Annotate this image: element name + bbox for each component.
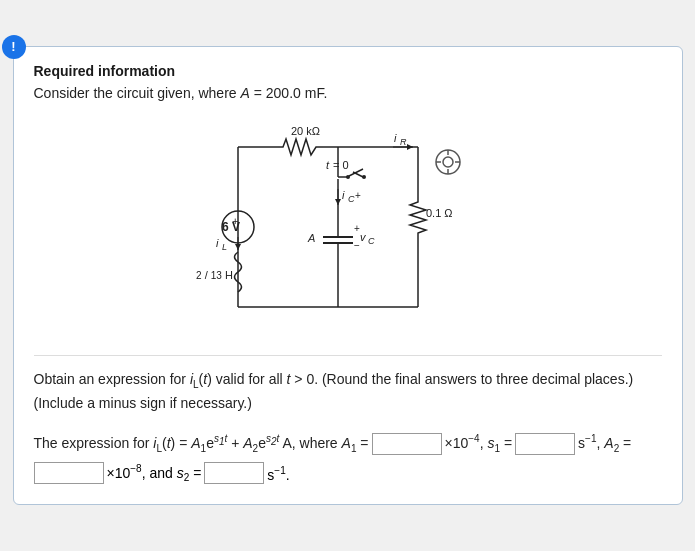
obtain-text: Obtain an expression for iL(t) valid for… [34,368,662,415]
svg-text:C: C [348,194,355,204]
svg-text:t: t [326,159,330,171]
svg-text:C: C [368,236,375,246]
svg-text:+: + [232,215,238,227]
circuit-diagram: 20 kΩ 0.1 Ω 6 V + [34,117,662,337]
main-card: ! Required information Consider the circ… [13,46,683,506]
expression-text-1: The expression for iL(t) = A1es1t + A2es… [34,429,369,459]
svg-line-17 [349,169,363,176]
svg-marker-36 [335,199,341,205]
svg-text:+: + [355,190,361,201]
svg-text:L: L [222,242,227,252]
svg-text:2
        /
        13
       : 2 / 13 H [196,269,233,281]
s2-input[interactable] [204,462,264,484]
a2-input[interactable] [34,462,104,484]
svg-marker-32 [407,144,413,150]
svg-text:A: A [307,232,315,244]
svg-marker-41 [235,244,241,250]
svg-point-45 [443,157,453,167]
divider [34,355,662,356]
s-neg1-2-label: s−1. [267,465,289,483]
svg-text:20 kΩ: 20 kΩ [291,125,320,137]
circuit-svg: 20 kΩ 0.1 Ω 6 V + [178,117,518,337]
svg-text:v: v [360,231,367,243]
x10-neg8-label: ×10−8, and s2 = [107,463,202,483]
svg-text:0.1 Ω: 0.1 Ω [426,207,453,219]
svg-text:= 0: = 0 [333,159,349,171]
svg-text:i: i [394,132,397,144]
s-neg1-1-label: s−1, A2 = [578,429,631,459]
a1-input[interactable] [372,433,442,455]
info-icon: ! [2,35,26,59]
s1-input[interactable] [515,433,575,455]
expression-line-1: The expression for iL(t) = A1es1t + A2es… [34,429,662,459]
required-info-label: Required information [34,63,662,79]
expression-line-2: ×10−8, and s2 = s−1. [34,462,662,484]
svg-text:i: i [342,189,345,201]
problem-statement: Consider the circuit given, where A = 20… [34,85,662,101]
svg-text:R: R [400,137,407,147]
svg-text:i: i [216,237,219,249]
x10-neg4-label: ×10−4, s1 = [445,429,513,459]
svg-point-16 [362,175,366,179]
